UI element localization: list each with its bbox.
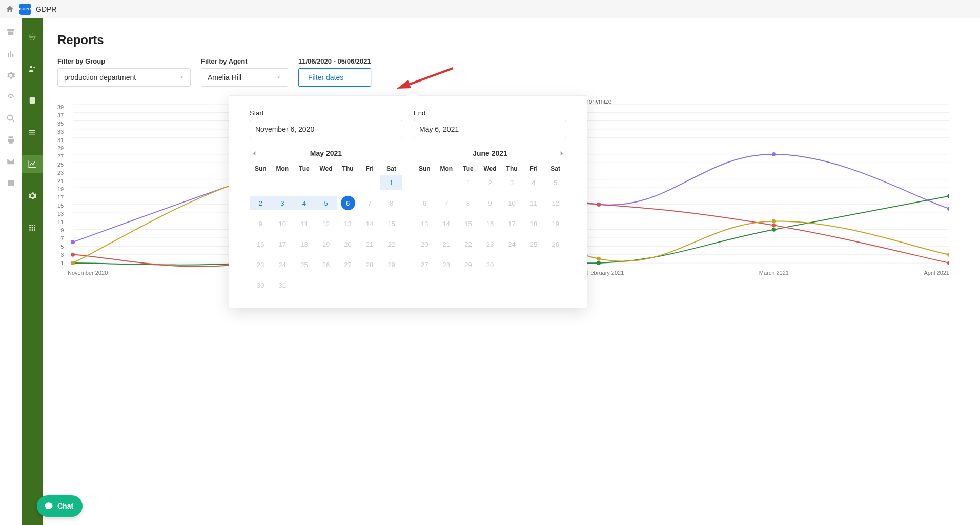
next-month-button[interactable]: [557, 149, 566, 158]
app-name: GDPR: [36, 5, 56, 13]
day-cell[interactable]: 11: [523, 196, 545, 210]
day-cell[interactable]: 14: [359, 216, 381, 231]
day-cell[interactable]: 18: [523, 216, 545, 231]
chat-fab[interactable]: Chat: [37, 495, 83, 517]
day-cell[interactable]: 15: [380, 216, 402, 231]
day-cell[interactable]: 18: [293, 237, 315, 251]
day-cell[interactable]: 5: [544, 175, 566, 190]
day-cell[interactable]: 19: [544, 216, 566, 231]
day-cell[interactable]: 12: [544, 196, 566, 210]
day-cell[interactable]: 5: [315, 196, 337, 210]
day-cell[interactable]: 10: [272, 216, 294, 231]
search-icon[interactable]: [6, 114, 15, 123]
nav-settings[interactable]: [22, 187, 43, 205]
day-cell[interactable]: 23: [250, 257, 272, 272]
line-chart-icon: [28, 159, 37, 169]
svg-point-3: [33, 67, 35, 68]
day-cell[interactable]: 24: [501, 237, 523, 251]
print-icon[interactable]: [6, 135, 15, 145]
day-cell[interactable]: 9: [479, 196, 501, 210]
dow-cell: Sun: [414, 165, 436, 172]
day-cell[interactable]: 27: [337, 257, 359, 272]
play-icon[interactable]: [6, 178, 15, 188]
filter-dates-button[interactable]: Filter dates: [298, 68, 371, 87]
day-cell[interactable]: 19: [315, 237, 337, 251]
day-cell[interactable]: 16: [479, 216, 501, 231]
nav-apps[interactable]: [22, 218, 43, 237]
day-cell[interactable]: 26: [315, 257, 337, 272]
svg-point-46: [772, 228, 776, 232]
day-cell[interactable]: 17: [272, 237, 294, 251]
prev-month-button[interactable]: [250, 149, 259, 158]
day-cell[interactable]: 6: [341, 196, 355, 210]
dp-days-left: 1234567891011121314151617181920212223242…: [250, 175, 402, 292]
nav-database[interactable]: [22, 91, 43, 110]
day-cell[interactable]: 21: [359, 237, 381, 251]
dp-start-input[interactable]: [250, 120, 402, 138]
app-logo-icon: GDPR: [19, 4, 31, 15]
gear-icon[interactable]: [6, 71, 15, 80]
day-cell[interactable]: 1: [457, 175, 479, 190]
day-cell[interactable]: 29: [457, 257, 479, 272]
dp-end-input[interactable]: [414, 120, 566, 138]
day-cell[interactable]: 3: [272, 196, 294, 210]
home-icon[interactable]: [5, 5, 14, 14]
agent-filter-select[interactable]: Amelia Hill: [201, 68, 288, 87]
day-cell[interactable]: 7: [359, 196, 381, 210]
day-cell[interactable]: 17: [501, 216, 523, 231]
nav-list[interactable]: [22, 123, 43, 142]
day-cell[interactable]: 23: [479, 237, 501, 251]
svg-point-40: [772, 152, 776, 156]
day-cell[interactable]: 30: [479, 257, 501, 272]
svg-point-41: [947, 207, 949, 211]
day-cell[interactable]: 10: [501, 196, 523, 210]
day-cell[interactable]: 4: [523, 175, 545, 190]
day-cell[interactable]: 29: [380, 257, 402, 272]
day-cell[interactable]: 4: [293, 196, 315, 210]
dp-start-label: Start: [250, 109, 402, 117]
day-cell[interactable]: 13: [337, 216, 359, 231]
day-cell[interactable]: 2: [479, 175, 501, 190]
day-cell[interactable]: 7: [436, 196, 458, 210]
day-cell[interactable]: 24: [272, 257, 294, 272]
day-cell[interactable]: 20: [337, 237, 359, 251]
day-cell[interactable]: 30: [250, 278, 272, 292]
svg-point-7: [34, 225, 35, 226]
dp-end-label: End: [414, 109, 566, 117]
day-cell[interactable]: 13: [414, 216, 436, 231]
day-cell[interactable]: 21: [436, 237, 458, 251]
day-cell[interactable]: 22: [380, 237, 402, 251]
day-cell: [293, 175, 315, 190]
day-cell[interactable]: 8: [380, 196, 402, 210]
day-cell[interactable]: 12: [315, 216, 337, 231]
day-cell[interactable]: 28: [359, 257, 381, 272]
gauge-icon[interactable]: [6, 92, 15, 102]
day-cell[interactable]: 8: [457, 196, 479, 210]
day-cell[interactable]: 6: [414, 196, 436, 210]
day-cell[interactable]: 16: [250, 237, 272, 251]
day-cell[interactable]: 27: [414, 257, 436, 272]
day-cell[interactable]: 1: [380, 175, 402, 190]
nav-gdpr[interactable]: GDPR: [22, 28, 43, 46]
bar-chart-icon[interactable]: [6, 49, 15, 58]
day-cell[interactable]: 20: [414, 237, 436, 251]
day-cell[interactable]: 22: [457, 237, 479, 251]
nav-users[interactable]: [22, 59, 43, 78]
day-cell[interactable]: 25: [523, 237, 545, 251]
content: Reports Filter by Group production depar…: [43, 18, 980, 525]
day-cell[interactable]: 9: [250, 216, 272, 231]
day-cell[interactable]: 2: [250, 196, 272, 210]
nav-reports[interactable]: [22, 155, 43, 173]
day-cell[interactable]: 15: [457, 216, 479, 231]
day-cell[interactable]: 14: [436, 216, 458, 231]
day-cell[interactable]: 28: [436, 257, 458, 272]
svg-point-48: [71, 253, 75, 257]
day-cell[interactable]: 11: [293, 216, 315, 231]
day-cell[interactable]: 3: [501, 175, 523, 190]
mail-icon[interactable]: [6, 157, 15, 166]
group-filter-select[interactable]: production department: [57, 68, 191, 87]
day-cell[interactable]: 25: [293, 257, 315, 272]
archive-icon[interactable]: [6, 28, 15, 37]
day-cell[interactable]: 31: [272, 278, 294, 292]
day-cell[interactable]: 26: [544, 237, 566, 251]
